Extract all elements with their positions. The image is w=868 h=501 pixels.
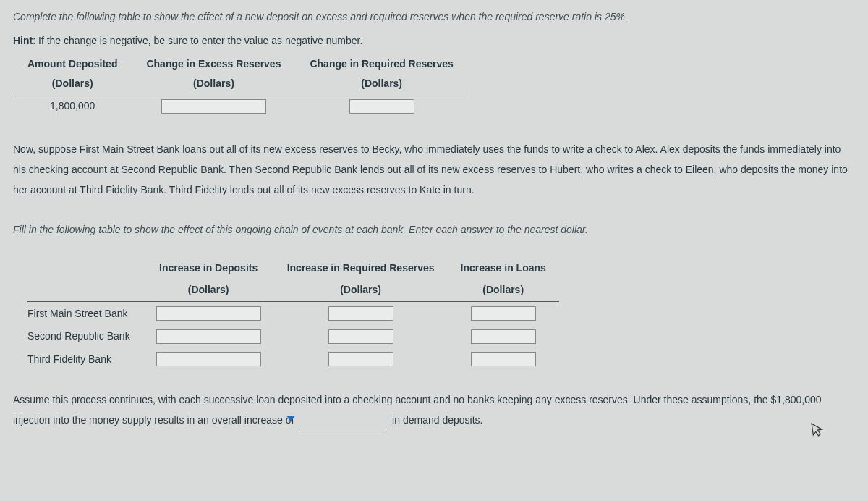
chain-events-table: Increase in Deposits Increase in Require… <box>27 257 559 371</box>
col-loans-unit: (Dollars) <box>448 279 559 301</box>
bank2-loans-input[interactable] <box>471 329 536 344</box>
col-required-unit: (Dollars) <box>295 74 467 93</box>
bank3-deposits-input[interactable] <box>156 352 261 366</box>
hint-line: Hint: If the change is negative, be sure… <box>13 31 855 51</box>
scenario-paragraph: Now, suppose First Main Street Bank loan… <box>13 139 855 200</box>
excess-reserves-input[interactable] <box>161 99 266 114</box>
bank2-deposits-input[interactable] <box>156 329 261 344</box>
instruction-text: Complete the following table to show the… <box>13 7 855 27</box>
table2-instruction: Fill in the following table to show the … <box>13 220 855 240</box>
bank3-required-input[interactable] <box>328 352 393 366</box>
bank1-required-input[interactable] <box>328 306 393 321</box>
bank-row-label: Second Republic Bank <box>27 324 143 348</box>
col-loans-header: Increase in Loans <box>448 257 559 279</box>
dropdown-arrow-icon[interactable] <box>286 416 295 422</box>
col-reqres-unit: (Dollars) <box>274 279 448 301</box>
col-amount-header: Amount Deposited <box>13 54 132 74</box>
col-deposits-header: Increase in Deposits <box>143 257 274 279</box>
bank3-loans-input[interactable] <box>471 352 536 366</box>
hint-label: Hint <box>13 35 33 46</box>
bank2-required-input[interactable] <box>328 329 393 344</box>
col-excess-header: Change in Excess Reserves <box>132 54 295 74</box>
dropdown-blank[interactable] <box>299 408 386 429</box>
final-paragraph: Assume this process continues, with each… <box>13 390 855 431</box>
hint-text: : If the change is negative, be sure to … <box>33 35 362 46</box>
bank1-loans-input[interactable] <box>471 306 536 321</box>
col-deposits-unit: (Dollars) <box>143 279 274 301</box>
final-text-part2: in demand deposits. <box>389 414 482 426</box>
col-amount-unit: (Dollars) <box>13 74 132 93</box>
bank1-deposits-input[interactable] <box>156 306 261 321</box>
reserves-table: Amount Deposited Change in Excess Reserv… <box>13 54 468 119</box>
col-reqres-header: Increase in Required Reserves <box>274 257 448 279</box>
required-reserves-input[interactable] <box>349 99 414 114</box>
col-required-header: Change in Required Reserves <box>295 54 467 74</box>
bank-row-label: First Main Street Bank <box>27 301 143 324</box>
amount-deposited-value: 1,800,000 <box>13 93 132 119</box>
bank-row-label: Third Fidelity Bank <box>27 348 143 371</box>
col-excess-unit: (Dollars) <box>132 74 295 93</box>
